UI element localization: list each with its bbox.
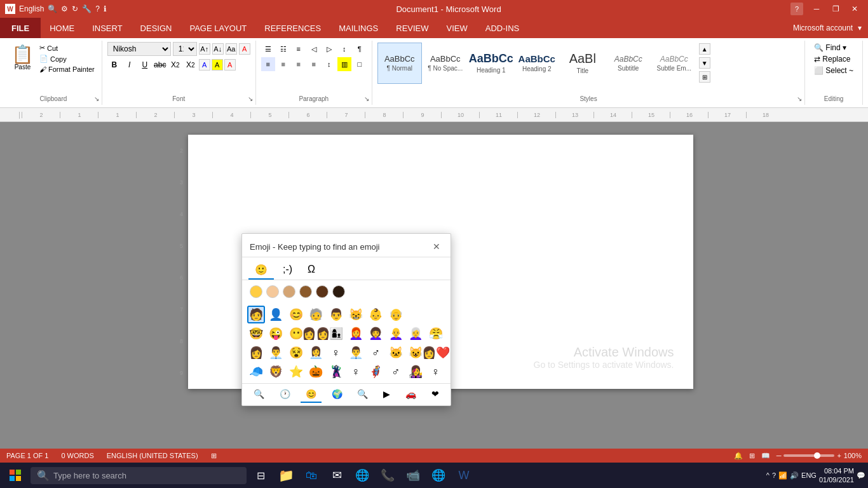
emoji-bottom-objects[interactable]: 🔍 [352,386,373,403]
skin-tone-2[interactable] [266,285,279,298]
styles-scroll-up[interactable]: ▲ [699,43,710,55]
minimize-button[interactable]: ─ [808,0,825,18]
emoji-dizzy[interactable]: 😵 [287,344,305,362]
emoji-office-woman[interactable]: 👩‍💼 [307,344,325,362]
emoji-couple[interactable]: 👩‍❤️ [427,344,445,362]
style-subtitle[interactable]: AaBbCc Subtitle [606,43,651,84]
emoji-white-hair[interactable]: 👩‍🦳 [407,325,424,342]
emoji-tab-smiley[interactable]: 🙂 [248,261,274,280]
emoji-baby[interactable]: 👶 [367,306,384,323]
show-marks-button[interactable]: ¶ [353,42,367,56]
subscript-button[interactable]: X2 [168,58,182,72]
restore-button[interactable]: ❐ [827,0,844,18]
lang-indicator[interactable]: ENG [801,471,817,479]
emoji-pumpkin[interactable]: 🎃 [307,363,325,381]
explorer-button[interactable]: 📁 [275,464,297,487]
align-left-button[interactable]: ≡ [261,57,275,71]
settings-icon-btn[interactable]: ⚙ [61,4,68,13]
menu-design[interactable]: DESIGN [132,18,181,38]
emoji-villain[interactable]: 🦹 [327,363,345,381]
chrome2-button[interactable]: 🌐 [427,464,450,487]
emoji-bottom-recent[interactable]: 🕐 [275,386,295,403]
borders-button[interactable]: □ [353,57,367,71]
store-button[interactable]: 🛍 [300,464,323,487]
help-icon-btn[interactable]: ? [95,4,100,13]
skin-tone-5[interactable] [316,285,329,298]
volume-icon[interactable]: 🔊 [790,471,799,480]
decrease-font-button[interactable]: A↓ [212,43,224,55]
emoji-bottom-search[interactable]: 🔍 [248,386,269,403]
emoji-cat[interactable]: 😸 [347,306,365,323]
styles-expand[interactable]: ⊞ [699,71,710,83]
taskbar-search[interactable]: 🔍 [31,467,247,484]
emoji-cat2[interactable]: 🐱 [387,344,405,362]
emoji-woman[interactable]: 👩 [247,344,265,362]
emoji-old-man[interactable]: 👴 [387,306,405,323]
justify-button[interactable]: ≡ [307,57,321,71]
underline-button[interactable]: U [138,58,152,72]
multilevel-list-button[interactable]: ≡ [292,42,306,56]
emoji-close-button[interactable]: ✕ [430,240,443,253]
style-heading2[interactable]: AaBbCc Heading 2 [515,43,559,84]
emoji-female3[interactable]: ♀ [427,363,445,381]
emoji-glasses[interactable]: 🤓 [247,325,265,342]
emoji-male2[interactable]: ♂ [387,363,405,381]
emoji-tab-symbols[interactable]: Ω [301,261,322,280]
taskbar-time[interactable]: 08:04 PM 01/09/2021 [819,466,854,485]
emoji-hero[interactable]: 🦸 [367,363,384,381]
emoji-bottom-vehicles[interactable]: 🚗 [400,386,421,403]
taskbar-search-input[interactable] [53,471,240,480]
taskview-button[interactable]: ⊟ [249,464,272,487]
emoji-singer[interactable]: 👩‍🎤 [407,363,424,381]
start-button[interactable] [3,464,28,487]
zoom-out-button[interactable]: ─ [776,452,782,459]
menu-insert[interactable]: INSERT [83,18,131,38]
numbering-button[interactable]: ☷ [276,42,290,56]
paste-button[interactable]: 📋 Paste [10,44,35,72]
font-name-select[interactable]: Nikosh [107,42,171,56]
increase-font-button[interactable]: A↑ [199,43,210,55]
style-subtle-emphasis[interactable]: AaBbCc Subtle Em... [652,43,696,84]
emoji-bottom-nature[interactable]: 🌍 [327,386,348,403]
language-status[interactable]: ENGLISH (UNITED STATES) [107,452,198,459]
emoji-triumph[interactable]: 😤 [427,325,445,342]
style-nospace[interactable]: AaBbCc ¶ No Spac... [423,43,468,84]
skin-tone-1[interactable] [250,285,262,298]
emoji-family1[interactable]: 👩‍👩 [307,325,325,342]
font-color-button[interactable]: A [224,59,236,71]
emoji-female-sign[interactable]: ♀ [327,344,345,362]
systray-expand[interactable]: ^ [766,471,770,479]
skin-tone-6[interactable] [332,285,345,298]
increase-indent-button[interactable]: ▷ [322,42,336,56]
skin-tone-4[interactable] [299,285,312,298]
emoji-office-man2[interactable]: 👨‍💼 [347,344,365,362]
emoji-male-sign[interactable]: ♂ [367,344,384,362]
style-title[interactable]: AaBl Title [560,43,605,84]
emoji-curly-hair[interactable]: 👩‍🦱 [367,325,384,342]
emoji-wink[interactable]: 😜 [267,325,285,342]
skin-tone-3[interactable] [283,285,295,298]
emoji-family2[interactable]: 👩‍👦 [327,325,345,342]
menu-view[interactable]: VIEW [438,18,477,38]
change-case-button[interactable]: Aa [226,43,237,55]
menu-references[interactable]: REFERENCES [255,18,330,38]
question-icon-btn[interactable]: ? [790,3,803,15]
clipboard-expand-icon[interactable]: ↘ [94,95,99,102]
align-right-button[interactable]: ≡ [292,57,306,71]
paragraph-expand-icon[interactable]: ↘ [364,95,369,102]
systray-help[interactable]: ? [772,471,776,479]
read-mode-icon[interactable]: 📖 [761,452,770,460]
emoji-star[interactable]: ⭐ [287,363,305,381]
style-heading1[interactable]: AaBbCc Heading 1 [469,43,513,84]
zoom-thumb[interactable] [814,452,820,459]
view-icon[interactable]: ⊞ [749,452,755,460]
styles-expand-icon[interactable]: ↘ [797,95,802,102]
network-icon[interactable]: 📶 [778,471,787,480]
emoji-bottom-people[interactable]: 😊 [301,386,322,403]
emoji-female2[interactable]: ♀ [347,363,365,381]
menu-addins[interactable]: ADD-INS [477,18,528,38]
word-taskbar-button[interactable]: W [452,464,475,487]
zoom-in-button[interactable]: + [837,452,841,459]
find-button[interactable]: 🔍 Find ▾ [810,42,850,53]
menu-review[interactable]: REVIEW [387,18,437,38]
